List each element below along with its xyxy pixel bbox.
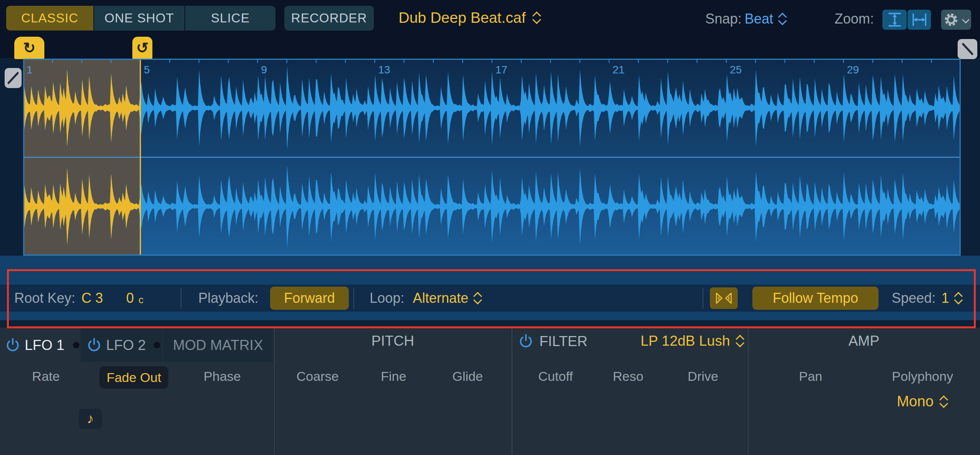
file-updown-chevron-icon [532, 10, 541, 25]
synth-panel: LFO 1 LFO 2 MOD MATRIX PITCH FILTER LP 1… [0, 328, 980, 455]
speed-value: 1 [941, 290, 949, 306]
tune-number: 0 [126, 290, 134, 306]
svg-text:5: 5 [144, 64, 150, 76]
tab-classic[interactable]: CLASSIC [6, 6, 93, 31]
fade-in-icon [7, 71, 20, 85]
knob-label-drive: Drive [653, 369, 753, 384]
sample-file-name: Dub Deep Beat.caf [399, 9, 526, 26]
divider [703, 288, 703, 309]
loop-start-icon: ↻ [23, 39, 35, 56]
loop-end-marker[interactable]: ↺ [132, 37, 152, 59]
horizontal-zoom-icon [911, 11, 928, 28]
knob-label-glide: Glide [417, 369, 518, 384]
snap-updown-chevron-icon [778, 11, 787, 27]
tune-unit: c [139, 294, 144, 306]
vertical-zoom-icon [886, 11, 903, 28]
root-key-label: Root Key: [14, 290, 75, 306]
knob-label-phase: Phase [172, 369, 272, 384]
speed-selector[interactable]: 1 [941, 290, 963, 306]
snap-label: Snap: [705, 11, 742, 27]
polyphony-selector[interactable]: Mono [876, 393, 969, 410]
lfo-rate-sync-button[interactable]: ♪ [79, 409, 102, 429]
follow-tempo-button[interactable]: Follow Tempo [752, 287, 879, 310]
flex-icon [715, 291, 733, 305]
fade-out-handle[interactable] [958, 39, 977, 59]
tab-slice[interactable]: SLICE [185, 6, 275, 31]
tab-classic-label: CLASSIC [21, 11, 78, 25]
snap-value-selector[interactable]: Beat [745, 11, 787, 27]
polyphony-value: Mono [897, 393, 933, 410]
svg-text:17: 17 [495, 64, 507, 76]
speed-label: Speed: [892, 290, 936, 306]
knob-layer: RateFade OutPhaseCoarseFineGlideCutoffRe… [0, 328, 980, 455]
vertical-zoom-button[interactable] [882, 10, 907, 30]
svg-text:29: 29 [847, 64, 859, 76]
speed-updown-chevron-icon [954, 290, 963, 306]
loop-end-icon: ↺ [136, 39, 149, 56]
loop-start-marker[interactable]: ↻ [14, 37, 44, 59]
knob-label-pan: Pan [760, 369, 861, 384]
settings-button[interactable] [941, 10, 971, 30]
tune-value[interactable]: 0 c [126, 290, 144, 306]
overview-strip[interactable] [0, 320, 980, 328]
snap-value: Beat [745, 11, 773, 27]
svg-text:9: 9 [261, 64, 267, 76]
eighth-note-icon: ♪ [87, 411, 94, 427]
svg-text:25: 25 [730, 64, 742, 76]
tab-recorder[interactable]: RECORDER [284, 6, 374, 31]
loop-updown-chevron-icon [473, 290, 482, 306]
loop-mode-selector[interactable]: Alternate [413, 290, 482, 306]
playback-mode-button[interactable]: Forward [270, 287, 349, 310]
svg-text:21: 21 [613, 64, 625, 76]
tab-recorder-label: RECORDER [291, 11, 367, 25]
knob-label-rate: Rate [0, 369, 96, 384]
settings-chevron-icon [962, 16, 969, 23]
gear-icon [943, 12, 959, 28]
svg-text:1: 1 [27, 64, 33, 76]
horizontal-zoom-button[interactable] [907, 10, 931, 30]
root-key-value[interactable]: C 3 [81, 290, 103, 306]
polyphony-updown-chevron-icon [939, 394, 948, 409]
playback-value: Forward [284, 290, 335, 306]
sample-file-selector[interactable]: Dub Deep Beat.caf [399, 9, 541, 26]
tab-slice-label: SLICE [211, 11, 250, 25]
divider [353, 288, 354, 309]
flex-button[interactable] [710, 287, 738, 309]
loop-mode-value: Alternate [413, 290, 468, 306]
divider [181, 288, 181, 309]
knob-label-fade-out: Fade Out [100, 366, 168, 389]
follow-tempo-label: Follow Tempo [773, 290, 858, 306]
fade-in-handle[interactable] [5, 68, 22, 88]
tab-one-shot-label: ONE SHOT [105, 11, 174, 25]
loop-label: Loop: [370, 290, 404, 306]
tab-one-shot[interactable]: ONE SHOT [94, 6, 184, 31]
zoom-label: Zoom: [835, 11, 874, 27]
waveform-display[interactable]: 1591317212529 [23, 59, 961, 256]
playback-label: Playback: [198, 290, 259, 306]
playback-parameter-row: Root Key: C 3 0 c Playback: Forward Loop… [0, 285, 980, 312]
svg-text:13: 13 [378, 64, 390, 76]
polyphony-label: Polyphony [876, 369, 969, 384]
fade-out-icon [961, 42, 974, 56]
